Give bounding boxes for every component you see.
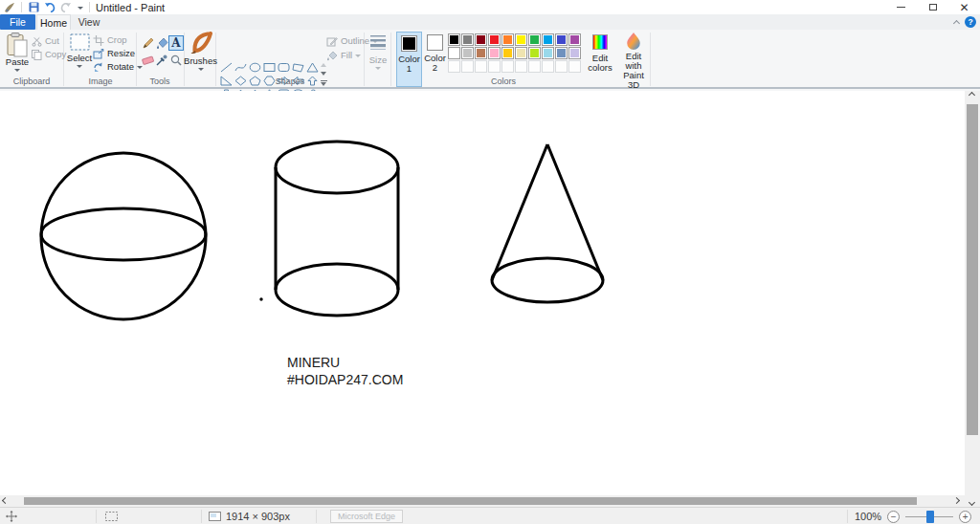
shape-fill-button[interactable]: Fill: [326, 50, 361, 61]
copy-icon: [32, 50, 42, 60]
edit-paint3d-label: Edit with Paint 3D: [617, 52, 650, 90]
crop-button[interactable]: Crop: [93, 34, 127, 46]
size-label: Size: [369, 55, 387, 65]
tab-home[interactable]: Home: [36, 14, 71, 30]
magnifier-tool[interactable]: [168, 53, 184, 68]
shapes-scroll-up-icon[interactable]: [321, 63, 326, 67]
scroll-down-icon[interactable]: [969, 500, 974, 505]
palette-swatch[interactable]: [501, 47, 514, 59]
minimize-button[interactable]: [885, 0, 917, 14]
fill-caret: [355, 55, 361, 57]
brushes-button[interactable]: Brushes: [187, 32, 214, 71]
palette-swatch[interactable]: [555, 47, 568, 59]
horizontal-scrollbar[interactable]: [0, 495, 965, 507]
cut-button[interactable]: Cut: [32, 35, 59, 47]
paste-button[interactable]: Paste: [4, 33, 31, 72]
rectangle-shape[interactable]: [262, 61, 276, 74]
help-icon[interactable]: ?: [965, 16, 976, 28]
horizontal-scroll-thumb[interactable]: [24, 497, 917, 505]
palette-swatch[interactable]: [475, 33, 487, 46]
color1-label: Color 1: [397, 55, 422, 74]
edit-with-paint3d-button[interactable]: Edit with Paint 3D: [617, 32, 650, 90]
image-group-label: Image: [65, 76, 136, 86]
palette-empty-slot[interactable]: [542, 60, 554, 73]
palette-empty-slot[interactable]: [475, 60, 487, 73]
quick-access-toolbar: [0, 0, 92, 14]
save-button[interactable]: [27, 1, 40, 14]
tab-view[interactable]: View: [73, 14, 105, 30]
palette-swatch[interactable]: [568, 47, 581, 59]
rounded-rectangle-shape[interactable]: [277, 61, 290, 74]
palette-swatch[interactable]: [528, 47, 541, 59]
curve-shape[interactable]: [234, 61, 247, 74]
size-button[interactable]: Size: [367, 34, 390, 70]
collapse-ribbon-icon[interactable]: [953, 20, 960, 27]
palette-empty-slot[interactable]: [461, 60, 474, 73]
fill-tool[interactable]: [154, 35, 169, 51]
scroll-right-icon[interactable]: [954, 498, 959, 503]
vertical-scroll-thumb[interactable]: [967, 104, 978, 435]
triangle-shape[interactable]: [305, 61, 319, 74]
palette-empty-slot[interactable]: [555, 60, 568, 73]
palette-swatch[interactable]: [528, 33, 541, 46]
palette-swatch[interactable]: [448, 47, 460, 59]
oval-shape[interactable]: [248, 61, 261, 74]
edge-indicator: Microsoft Edge: [330, 508, 403, 524]
zoom-in-button[interactable]: +: [959, 511, 971, 523]
tab-file[interactable]: File: [0, 14, 35, 30]
select-button[interactable]: Select: [67, 33, 92, 68]
palette-swatch[interactable]: [488, 33, 501, 46]
undo-button[interactable]: [43, 1, 56, 14]
qat-customize-dropdown[interactable]: [76, 1, 84, 14]
shapes-scroll-down-icon[interactable]: [321, 72, 326, 76]
vertical-scrollbar[interactable]: [965, 91, 980, 507]
color-picker-tool[interactable]: [154, 53, 169, 68]
drawing-canvas[interactable]: MINERU #HOIDAP247.COM: [0, 91, 965, 495]
canvas-drawing: [0, 91, 965, 495]
palette-swatch[interactable]: [475, 47, 487, 59]
palette-swatch[interactable]: [515, 47, 527, 59]
zoom-slider-thumb[interactable]: [926, 511, 934, 523]
ribbon-tab-row: File Home View: [0, 14, 980, 30]
copy-button[interactable]: Copy: [32, 49, 66, 60]
palette-swatch[interactable]: [461, 33, 474, 46]
zoom-slider[interactable]: [905, 511, 953, 523]
rotate-button[interactable]: Rotate: [93, 61, 143, 73]
close-button[interactable]: ✕: [948, 0, 980, 14]
rotate-icon: [93, 62, 104, 73]
edit-colors-button[interactable]: Edit colors: [586, 34, 614, 73]
palette-swatch[interactable]: [542, 33, 554, 46]
text-tool[interactable]: A: [168, 35, 184, 51]
cut-label: Cut: [45, 36, 59, 46]
palette-swatch[interactable]: [461, 47, 474, 59]
scroll-left-icon[interactable]: [3, 498, 8, 503]
palette-swatch[interactable]: [555, 33, 568, 46]
window-controls: ✕: [885, 0, 980, 14]
palette-empty-slot[interactable]: [488, 60, 501, 73]
scroll-up-icon[interactable]: [969, 93, 974, 98]
paste-icon: [7, 33, 28, 57]
palette-swatch[interactable]: [542, 47, 554, 59]
outline-icon: [326, 36, 338, 47]
palette-swatch[interactable]: [501, 33, 514, 46]
palette-empty-slot[interactable]: [568, 60, 581, 73]
line-shape[interactable]: [219, 61, 233, 74]
paste-dropdown-caret: [14, 69, 20, 72]
pencil-tool[interactable]: [140, 35, 155, 51]
palette-swatch[interactable]: [488, 47, 501, 59]
resize-button[interactable]: Resize: [93, 48, 135, 59]
brushes-label: Brushes: [184, 56, 217, 66]
redo-button[interactable]: [59, 1, 73, 14]
palette-empty-slot[interactable]: [448, 60, 460, 73]
palette-empty-slot[interactable]: [528, 60, 541, 73]
palette-empty-slot[interactable]: [501, 60, 514, 73]
palette-empty-slot[interactable]: [515, 60, 527, 73]
cursor-position-icon: [6, 511, 17, 522]
eraser-tool[interactable]: [140, 53, 155, 68]
palette-swatch[interactable]: [568, 33, 581, 46]
maximize-button[interactable]: [917, 0, 948, 14]
palette-swatch[interactable]: [515, 33, 527, 46]
zoom-out-button[interactable]: −: [887, 511, 900, 523]
polygon-shape[interactable]: [291, 61, 304, 74]
palette-swatch[interactable]: [448, 33, 460, 46]
